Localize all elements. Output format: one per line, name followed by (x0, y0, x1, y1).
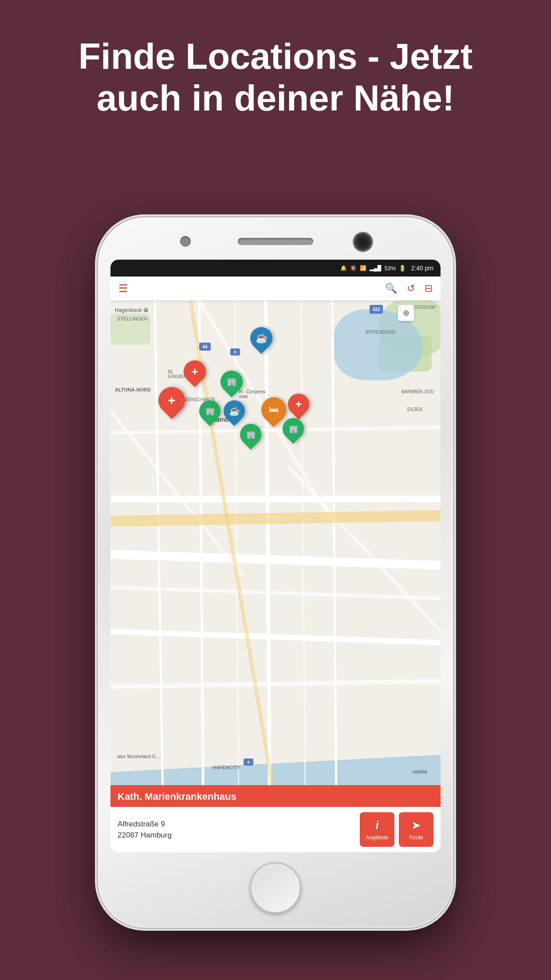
home-button[interactable] (250, 862, 301, 913)
gps-button[interactable]: ⊕ (398, 305, 414, 321)
info-card-body: Alfredstraße 9 22087 Hamburg i Angebote … (110, 807, 441, 852)
map-label-altona: ALTONA-NORD (115, 387, 151, 392)
svg-line-14 (288, 466, 441, 632)
angebote-icon: i (375, 818, 378, 832)
pin-blue-coffee-2[interactable]: ☕ (224, 400, 245, 426)
map-label-hafencity: HAFENCITY (213, 765, 240, 770)
signal-icon: ▂▄█ (370, 265, 381, 271)
pin-green-building-1[interactable]: 🏢 (220, 371, 243, 397)
headline: Finde Locations - Jetzt auch in deiner N… (0, 36, 551, 119)
highway-badge-4: 4 (244, 759, 253, 766)
route-icon: ➤ (411, 818, 421, 832)
pin-red-plus-2[interactable]: + (288, 394, 309, 419)
battery-percent: 53% (384, 265, 396, 272)
speaker (238, 238, 313, 245)
svg-line-15 (110, 516, 441, 521)
angebote-label: Angebote (366, 834, 388, 841)
svg-line-11 (301, 300, 306, 852)
map-label-stellingen: STELLINGEN (117, 316, 147, 321)
pin-green-building-2[interactable]: 🏢 (199, 400, 220, 426)
angebote-button[interactable]: i Angebote (360, 812, 394, 847)
mute-icon: 🔇 (350, 265, 357, 271)
refresh-icon[interactable]: ↺ (407, 283, 415, 294)
map-label-eppendorf: EPPENDORF (366, 329, 396, 335)
wifi-icon: 📶 (360, 265, 366, 271)
menu-icon[interactable]: ☰ (118, 282, 128, 295)
status-time: 2:40 pm (411, 265, 433, 272)
pin-green-building-3[interactable]: 🏢 (240, 424, 261, 450)
filter-icon[interactable]: ⊟ (425, 283, 433, 294)
map-label-eilbek: EILBEK (407, 407, 423, 412)
pin-red-plus-large[interactable]: + (158, 387, 185, 419)
highway-badge-433: 433 (370, 305, 383, 314)
info-card-title-bar: Kath. Marienkrankenhaus (110, 786, 441, 807)
route-button[interactable]: ➤ Route (399, 812, 433, 847)
road-network (110, 300, 441, 852)
info-card: Kath. Marienkrankenhaus Alfredstraße 9 2… (110, 785, 441, 852)
search-icon[interactable]: 🔍 (385, 283, 397, 294)
info-address-line2: 22087 Hamburg (118, 830, 355, 841)
info-address-line1: Alfredstraße 9 (118, 818, 355, 830)
headline-text: Finde Locations - Jetzt (79, 36, 472, 76)
highway-badge-44: 44 (199, 343, 211, 351)
front-sensor (180, 236, 191, 247)
map-label-hamm: HAMM (412, 769, 427, 775)
pin-red-plus-1[interactable]: + (184, 360, 206, 387)
phone-mockup: 🔔 🔇 📶 ▂▄█ 53% 🔋 2:40 pm ☰ 🔍 ↺ ⊟ (98, 217, 453, 928)
headline-text-2: auch in deiner Nähe! (97, 78, 455, 118)
info-card-title-text: Kath. Marienkrankenhaus (118, 791, 236, 802)
svg-line-3 (155, 300, 164, 852)
highway-badge-5: 5 (230, 348, 240, 356)
front-camera (355, 234, 371, 250)
map-container[interactable]: Hagenbeck 🏛 STELLINGEN EPPENDORF ALTONA-… (110, 300, 441, 852)
pin-green-building-4[interactable]: 🏢 (283, 418, 304, 444)
map-label-barmbek: BARMBEK-SÜD (401, 389, 434, 394)
status-bar: 🔔 🔇 📶 ▂▄█ 53% 🔋 2:40 pm (110, 260, 441, 277)
phone-screen: 🔔 🔇 📶 ▂▄█ 53% 🔋 2:40 pm ☰ 🔍 ↺ ⊟ (110, 260, 441, 852)
alarm-icon: 🔔 (340, 265, 347, 271)
pin-blue-coffee-1[interactable]: ☕ (250, 327, 272, 354)
info-card-address: Alfredstraße 9 22087 Hamburg (118, 818, 355, 841)
app-toolbar: ☰ 🔍 ↺ ⊟ (110, 277, 441, 300)
svg-line-6 (332, 300, 337, 852)
battery-icon: 🔋 (399, 265, 406, 272)
route-label: Route (409, 834, 423, 841)
map-label-miniatur: iatur Wunderland G... (117, 754, 159, 759)
map-label-hagenbeck: Hagenbeck 🏛 (115, 307, 149, 313)
